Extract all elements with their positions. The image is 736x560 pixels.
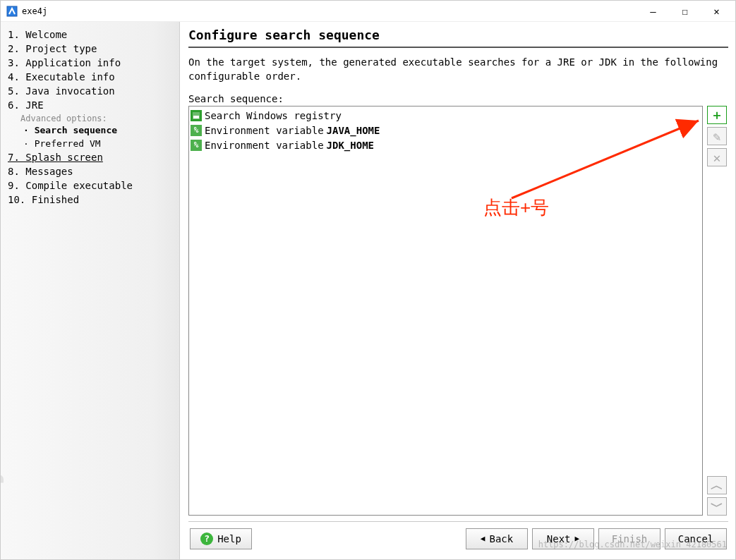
minimize-button[interactable]: — [637, 1, 669, 21]
triangle-left-icon: ◀ [481, 534, 485, 543]
chevron-up-icon: ︿ [711, 477, 723, 494]
edit-button[interactable]: ✎ [707, 127, 727, 145]
page-title: Configure search sequence [188, 28, 728, 48]
watermark: https://blog.csdn.net/weixin_42180561 [538, 540, 727, 549]
remove-button[interactable]: ✕ [707, 148, 727, 166]
chevron-down-icon: ﹀ [711, 498, 723, 515]
move-up-button[interactable]: ︿ [707, 476, 727, 494]
maximize-button[interactable]: ☐ [669, 1, 701, 21]
substep-search-sequence[interactable]: · Search sequence [8, 123, 179, 137]
registry-icon [191, 110, 202, 121]
x-icon: ✕ [713, 150, 721, 165]
help-icon: ? [200, 532, 213, 545]
substep-preferred-vm[interactable]: · Preferred VM [8, 137, 179, 150]
step-project-type[interactable]: 2. Project type [8, 42, 179, 56]
list-item-bold: JAVA_HOME [327, 125, 380, 136]
list-item[interactable]: % Environment variable JDK_HOME [191, 138, 701, 152]
sequence-label: Search sequence: [188, 93, 728, 104]
titlebar: exe4j — ☐ ✕ [1, 1, 735, 22]
step-application-info[interactable]: 3. Application info [8, 56, 179, 70]
edit-icon: ✎ [713, 129, 721, 144]
list-item[interactable]: % Environment variable JAVA_HOME [191, 123, 701, 138]
percent-icon: % [191, 140, 202, 151]
step-compile-executable[interactable]: 9. Compile executable [8, 178, 179, 193]
list-item-text: Environment variable [205, 140, 324, 151]
help-label: Help [217, 533, 241, 544]
svg-rect-2 [193, 116, 199, 118]
list-item[interactable]: Search Windows registry [191, 108, 701, 123]
description: On the target system, the generated exec… [188, 55, 728, 83]
step-jre[interactable]: 6. JRE [8, 98, 179, 112]
step-splash-screen[interactable]: 7. Splash screen [8, 150, 179, 164]
step-finished[interactable]: 10. Finished [8, 193, 179, 207]
add-button[interactable]: ＋ [707, 106, 727, 124]
sidebar: 1. Welcome 2. Project type 3. Applicatio… [1, 22, 180, 559]
list-item-text: Environment variable [205, 125, 324, 136]
app-icon [6, 6, 18, 17]
search-sequence-list[interactable]: Search Windows registry % Environment va… [188, 106, 703, 516]
back-label: Back [489, 533, 513, 544]
step-executable-info[interactable]: 4. Executable info [8, 70, 179, 84]
advanced-options-label: Advanced options: [8, 114, 179, 123]
move-down-button[interactable]: ﹀ [707, 497, 727, 516]
help-button[interactable]: ? Help [190, 528, 252, 549]
close-button[interactable]: ✕ [701, 1, 732, 21]
main-panel: Configure search sequence On the target … [180, 22, 735, 559]
exe4j-logo: exe4j [0, 474, 5, 555]
back-button[interactable]: ◀ Back [466, 528, 528, 549]
percent-icon: % [191, 125, 202, 136]
step-java-invocation[interactable]: 5. Java invocation [8, 84, 179, 98]
plus-icon: ＋ [711, 106, 723, 123]
step-messages[interactable]: 8. Messages [8, 164, 179, 178]
window-title: exe4j [22, 6, 47, 16]
list-item-text: Search Windows registry [205, 110, 342, 121]
list-item-bold: JDK_HOME [327, 140, 374, 151]
step-welcome[interactable]: 1. Welcome [8, 28, 179, 42]
